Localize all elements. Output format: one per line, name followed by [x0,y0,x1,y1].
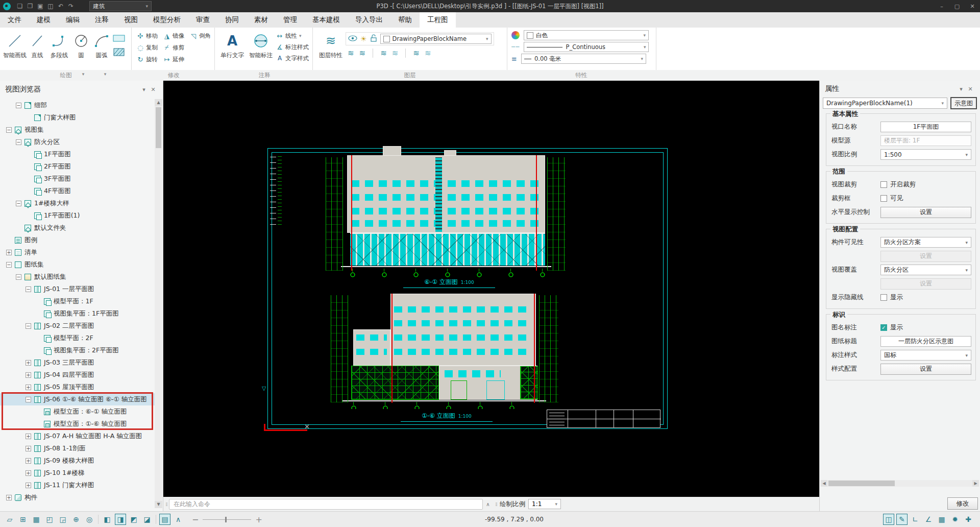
zoom-slider-track[interactable] [203,519,251,520]
tree-item-2F平面图[interactable]: 2F平面图 [0,160,155,173]
prop-select[interactable]: 国标▾ [880,350,971,361]
tree-item-JS-06 ①-⑥ 轴立面图 ⑥-① 轴立面图[interactable]: −JS-06 ①-⑥ 轴立面图 ⑥-① 轴立面图 [0,393,155,405]
expand-icon[interactable]: + [26,372,31,378]
tree-item-1F平面图(1)[interactable]: 1F平面图(1) [0,209,155,222]
scroll-down-icon[interactable]: ▼ [155,501,162,508]
prop-select[interactable]: 防火分区▾ [880,265,971,275]
tree-item-4F平面图[interactable]: 4F平面图 [0,185,155,197]
pan-icon[interactable]: ◲ [57,514,68,525]
ortho-mode-icon[interactable]: ◰ [44,514,55,525]
tree-item-JS-07 A-H 轴立面图 H-A 轴立面图[interactable]: +JS-07 A-H 轴立面图 H-A 轴立面图 [0,430,155,442]
menu-item-协同[interactable]: 协同 [217,12,247,28]
collapse-icon[interactable]: − [26,397,31,402]
tree-item-构件[interactable]: +构件 [0,491,155,504]
tool-text-style[interactable]: A文字样式 [275,53,309,64]
tree-item-图例[interactable]: 图例 [0,234,155,246]
layer-isolate-icon[interactable]: ≋ [413,49,420,58]
tool-polyline[interactable]: 多段线 [47,30,71,70]
tool-move[interactable]: ✣移动 [136,30,162,41]
table-icon[interactable]: ▦ [936,514,947,525]
checkbox[interactable]: ✓ [880,324,887,331]
expand-panel-icon[interactable]: ∧ [173,514,184,525]
tool-single-text[interactable]: A 单行文字 [218,30,247,70]
tool-chamfer[interactable]: ◹倒角 [189,30,213,41]
tree-item-模型立面：⑥-① 轴立面图[interactable]: 模型立面：⑥-① 轴立面图 [0,405,155,418]
annotate-pencil-icon[interactable]: ✎ [896,514,908,525]
expand-icon[interactable]: + [26,483,31,488]
tool-trim[interactable]: ⌿修剪 [162,42,189,53]
expand-icon[interactable]: + [26,458,31,464]
scrollbar-thumb[interactable] [156,107,161,148]
tree-item-JS-01 一层平面图[interactable]: −JS-01 一层平面图 [0,283,155,295]
layer-lock-icon[interactable] [370,34,377,44]
ortho-angle-icon[interactable]: ∟ [910,514,921,525]
tree-item-JS-09 楼梯大样图[interactable]: +JS-09 楼梯大样图 [0,454,155,467]
close-button[interactable]: ✕ [965,3,980,10]
scroll-up-icon[interactable]: ▲ [155,99,162,106]
undo-icon[interactable]: ↶ [56,3,66,10]
tool-arc[interactable]: 圆弧 [91,30,112,70]
close-panel-icon[interactable]: ✕ [149,86,158,93]
expand-icon[interactable]: + [26,434,31,439]
collapse-icon[interactable]: − [16,201,21,206]
checkbox[interactable] [880,294,887,301]
tool-rotate[interactable]: ↻旋转 [136,54,162,65]
tree-item-视图集平面：1F平面图[interactable]: 视图集平面：1F平面图 [0,307,155,320]
layer-unisolate-icon[interactable]: ≋ [425,49,431,58]
visual-style-icon[interactable]: ▤ [159,514,170,525]
properties-hscrollbar[interactable]: ◀ ▶ [821,480,979,487]
add-icon[interactable]: ✚ [963,514,974,525]
draw-scale-dropdown[interactable]: 1:1 ▾ [528,499,561,509]
tool-circle[interactable]: 圆 [71,30,91,70]
collapse-icon[interactable]: − [16,139,21,145]
tree-item-视图集平面：2F平面图[interactable]: 视图集平面：2F平面图 [0,344,155,356]
prop-input[interactable]: 1F平面图 [880,122,971,132]
tree-item-模型平面：1F[interactable]: 模型平面：1F [0,295,155,307]
lineweight-dropdown[interactable]: 0.00 毫米 ▾ [521,54,646,64]
expand-icon[interactable]: + [26,385,31,390]
scroll-right-icon[interactable]: ▶ [972,480,979,487]
modify-button[interactable]: 修改 [947,497,978,510]
tool-extend[interactable]: ↦延伸 [162,54,189,65]
expand-icon[interactable]: + [26,470,31,476]
tree-item-JS-05 屋顶平面图[interactable]: +JS-05 屋顶平面图 [0,381,155,393]
collapse-icon[interactable]: − [6,127,12,133]
zoom-slider[interactable]: − + [192,515,262,524]
collapse-panel-icon[interactable]: ▾ [139,86,149,93]
color-dropdown[interactable]: 白色 ▾ [524,30,649,40]
tree-item-防火分区[interactable]: −防火分区 [0,136,155,148]
zoom-slider-thumb[interactable] [225,517,227,522]
tool-line[interactable]: 直线 [28,30,47,70]
settings-button[interactable]: 设置 [880,207,971,218]
rectangle-tool-icon[interactable] [112,34,126,44]
tree-item-JS-08 1-1剖面[interactable]: +JS-08 1-1剖面 [0,442,155,454]
menu-item-模型分析[interactable]: 模型分析 [145,12,188,28]
new-file-icon[interactable]: ❏ [15,3,25,10]
expand-icon[interactable]: + [26,446,31,451]
menu-item-导入导出[interactable]: 导入导出 [348,12,390,28]
tree-item-视图集[interactable]: −视图集 [0,124,155,136]
menu-item-素材[interactable]: 素材 [247,12,276,28]
tree-item-图纸集[interactable]: −图纸集 [0,258,155,271]
menu-item-工程图[interactable]: 工程图 [420,12,456,28]
tool-dim-style[interactable]: ∡标注样式 [275,41,309,53]
menu-item-建模[interactable]: 建模 [29,12,58,28]
layer-dropdown[interactable]: DrawingPaperBlockName ▾ [380,34,492,44]
collapse-icon[interactable]: − [16,274,21,280]
chevron-down-icon[interactable]: ▾ [104,71,107,77]
view-realistic-icon[interactable]: ◪ [141,514,153,525]
tree-item-模型立面：①-⑥ 轴立面图[interactable]: 模型立面：①-⑥ 轴立面图 [0,418,155,430]
close-panel-icon[interactable]: ✕ [966,86,975,92]
menu-item-文件[interactable]: 文件 [0,12,29,28]
redo-icon[interactable]: ↷ [66,3,76,10]
prop-select[interactable]: 防火分区方案▾ [880,237,971,248]
tree-item-默认文件夹[interactable]: 默认文件夹 [0,222,155,234]
tree-item-JS-11 门窗大样图[interactable]: +JS-11 门窗大样图 [0,479,155,491]
expand-icon[interactable]: + [26,360,31,366]
tree-item-1#楼梯大样[interactable]: −1#楼梯大样 [0,197,155,209]
hatch-tool-icon[interactable] [112,47,126,59]
checkbox[interactable] [880,195,887,202]
tree-item-3F平面图[interactable]: 3F平面图 [0,173,155,185]
scrollbar-thumb[interactable] [828,481,895,486]
workspace-dropdown[interactable]: 建筑 ▾ [89,1,152,11]
